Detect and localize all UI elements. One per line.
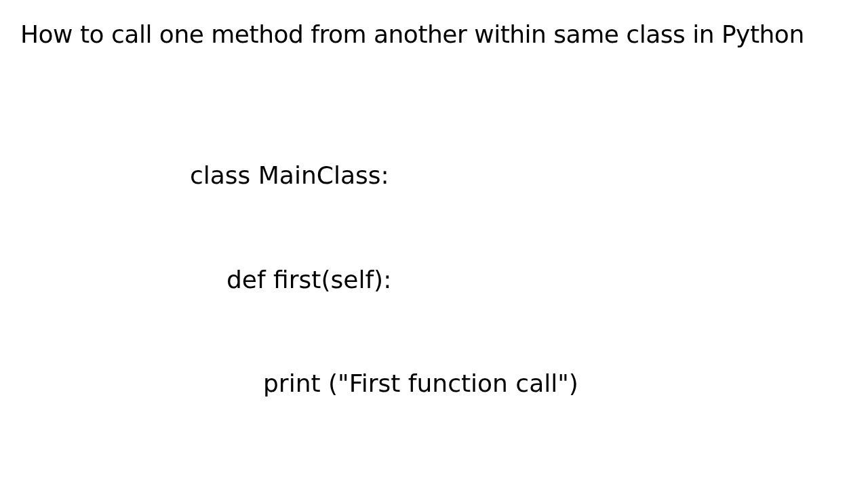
code-line: print ("First function call"): [190, 366, 868, 401]
code-block: class MainClass: def first(self): print …: [0, 48, 868, 488]
code-line: class MainClass:: [190, 158, 868, 192]
page-title: How to call one method from another with…: [0, 0, 868, 48]
code-line: def first(self):: [190, 262, 868, 297]
